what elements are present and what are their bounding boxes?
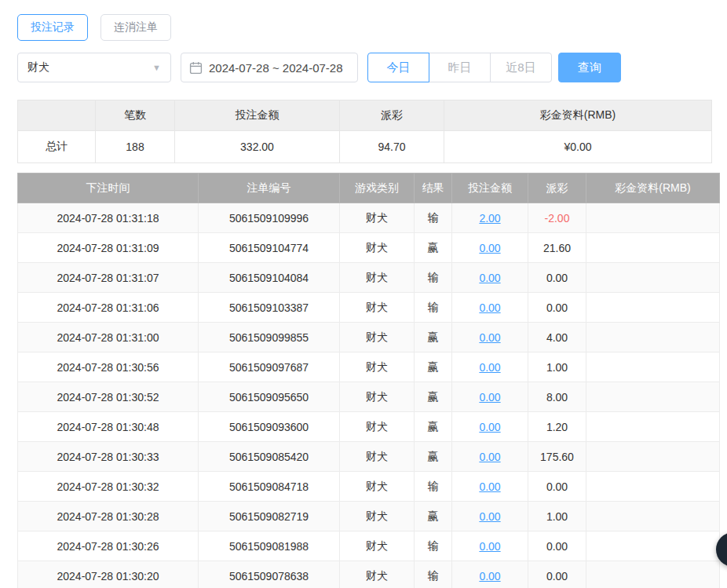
cell-payout: 175.60 (528, 442, 586, 472)
date-range-picker[interactable]: 2024-07-28 ~ 2024-07-28 (181, 53, 358, 82)
table-row: 2024-07-28 01:30:285061509082719财犬赢0.001… (18, 502, 720, 531)
column-header: 下注时间 (18, 173, 199, 203)
cell-payout: 0.00 (528, 531, 586, 561)
table-row: 2024-07-28 01:31:185061509109996财犬输2.00-… (18, 203, 720, 233)
cell-result: 输 (415, 531, 452, 561)
cell-order-id: 5061509097687 (199, 352, 340, 382)
cell-bonus (586, 323, 720, 352)
bet-amount-link[interactable]: 0.00 (479, 272, 500, 284)
cell-result: 输 (415, 203, 452, 233)
summary-header-count: 笔数 (96, 100, 175, 131)
bet-amount-link[interactable]: 0.00 (479, 301, 500, 314)
column-header: 注单编号 (199, 173, 340, 203)
summary-header-payout: 派彩 (340, 100, 444, 131)
cell-payout: 0.00 (528, 561, 586, 588)
game-select-value: 财犬 (27, 60, 49, 75)
cell-bonus (586, 561, 720, 588)
summary-total-bet-amount: 332.00 (175, 131, 340, 163)
cell-game-type: 财犬 (340, 263, 415, 293)
tab-cancelled-orders[interactable]: 连消注单 (100, 14, 171, 41)
cell-order-id: 5061509109996 (199, 203, 340, 233)
bet-amount-link[interactable]: 0.00 (479, 451, 500, 463)
cell-bet-time: 2024-07-28 01:30:20 (18, 561, 199, 588)
bet-amount-link[interactable]: 0.00 (479, 242, 500, 254)
cell-bet-amount: 0.00 (452, 323, 528, 352)
bet-amount-link[interactable]: 0.00 (479, 421, 500, 433)
cell-bonus (586, 293, 720, 323)
calendar-icon (189, 61, 203, 75)
bet-table-head-row: 下注时间注单编号游戏类别结果投注金额派彩彩金资料(RMB) (18, 173, 720, 203)
table-row: 2024-07-28 01:31:065061509103387财犬输0.000… (18, 293, 720, 323)
cell-game-type: 财犬 (340, 472, 415, 502)
table-row: 2024-07-28 01:31:075061509104084财犬输0.000… (18, 263, 720, 293)
column-header: 结果 (415, 173, 452, 203)
cell-bet-amount: 0.00 (452, 293, 528, 323)
cell-result: 赢 (415, 442, 452, 472)
summary-header-blank (18, 100, 96, 131)
cell-payout: 4.00 (528, 323, 586, 352)
cell-game-type: 财犬 (340, 502, 415, 531)
cell-order-id: 5061509103387 (199, 293, 340, 323)
cell-game-type: 财犬 (340, 323, 415, 352)
cell-result: 输 (415, 472, 452, 502)
cell-game-type: 财犬 (340, 352, 415, 382)
cell-bet-amount: 0.00 (452, 382, 528, 412)
filter-row: 财犬 ▼ 2024-07-28 ~ 2024-07-28 今日 昨日 近8日 查… (17, 53, 711, 82)
betting-records-page: 投注记录 连消注单 财犬 ▼ 2024-07-28 ~ 2024-07-28 今… (0, 0, 727, 588)
cell-payout: 1.00 (528, 502, 586, 531)
summary-total-count: 188 (96, 131, 175, 163)
cell-game-type: 财犬 (340, 531, 415, 561)
quick-filter-yesterday[interactable]: 昨日 (429, 53, 491, 82)
bet-amount-link[interactable]: 0.00 (479, 361, 500, 374)
cell-bet-time: 2024-07-28 01:31:18 (18, 203, 199, 233)
table-row: 2024-07-28 01:30:325061509084718财犬输0.000… (18, 472, 720, 502)
cell-bet-time: 2024-07-28 01:31:00 (18, 323, 199, 352)
cell-payout: 8.00 (528, 382, 586, 412)
cell-payout: 0.00 (528, 293, 586, 323)
column-header: 派彩 (528, 173, 586, 203)
summary-table: 笔数 投注金额 派彩 彩金资料(RMB) 总计 188 332.00 94.70… (17, 100, 712, 163)
quick-filter-last-8-days[interactable]: 近8日 (490, 53, 552, 82)
table-row: 2024-07-28 01:30:525061509095650财犬赢0.008… (18, 382, 720, 412)
cell-bet-time: 2024-07-28 01:30:33 (18, 442, 199, 472)
quick-filter-group: 今日 昨日 近8日 (367, 53, 552, 82)
quick-filter-today[interactable]: 今日 (367, 53, 429, 82)
bet-amount-link[interactable]: 0.00 (479, 480, 500, 493)
tab-betting-records[interactable]: 投注记录 (17, 14, 88, 41)
cell-bet-time: 2024-07-28 01:31:06 (18, 293, 199, 323)
cell-game-type: 财犬 (340, 442, 415, 472)
cell-result: 赢 (415, 352, 452, 382)
bet-amount-link[interactable]: 0.00 (479, 510, 500, 523)
cell-result: 赢 (415, 323, 452, 352)
table-row: 2024-07-28 01:31:005061509099855财犬赢0.004… (18, 323, 720, 352)
bet-amount-link[interactable]: 0.00 (479, 391, 500, 404)
cell-bet-amount: 0.00 (452, 531, 528, 561)
column-header: 投注金额 (452, 173, 528, 203)
cell-bonus (586, 203, 720, 233)
cell-bet-amount: 0.00 (452, 233, 528, 263)
cell-bet-amount: 0.00 (452, 472, 528, 502)
cell-payout: 21.60 (528, 233, 586, 263)
cell-bet-amount: 0.00 (452, 412, 528, 442)
cell-result: 赢 (415, 412, 452, 442)
cell-bet-amount: 0.00 (452, 352, 528, 382)
cell-bet-amount: 0.00 (452, 263, 528, 293)
cell-payout: 0.00 (528, 472, 586, 502)
date-range-value: 2024-07-28 ~ 2024-07-28 (209, 61, 343, 75)
search-button[interactable]: 查询 (558, 53, 621, 82)
cell-order-id: 5061509085420 (199, 442, 340, 472)
bet-amount-link[interactable]: 0.00 (479, 540, 500, 553)
cell-order-id: 5061509104084 (199, 263, 340, 293)
cell-game-type: 财犬 (340, 203, 415, 233)
cell-result: 赢 (415, 233, 452, 263)
game-select[interactable]: 财犬 ▼ (17, 53, 171, 82)
table-row: 2024-07-28 01:31:095061509104774财犬赢0.002… (18, 233, 720, 263)
column-header: 彩金资料(RMB) (586, 173, 720, 203)
cell-bonus (586, 233, 720, 263)
bet-amount-link[interactable]: 0.00 (479, 570, 500, 583)
cell-game-type: 财犬 (340, 233, 415, 263)
cell-bet-time: 2024-07-28 01:31:07 (18, 263, 199, 293)
cell-result: 输 (415, 263, 452, 293)
bet-amount-link[interactable]: 0.00 (479, 331, 500, 344)
bet-amount-link[interactable]: 2.00 (479, 212, 500, 225)
